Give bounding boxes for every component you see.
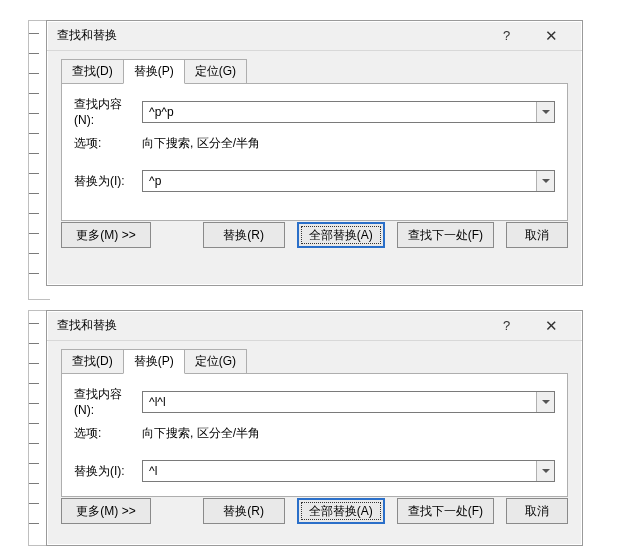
replace-with-label: 替换为(I): <box>74 463 142 480</box>
tab-replace[interactable]: 替换(P) <box>123 349 185 374</box>
tab-goto[interactable]: 定位(G) <box>184 349 247 374</box>
replace-with-label: 替换为(I): <box>74 173 142 190</box>
replace-all-button[interactable]: 全部替换(A) <box>297 222 385 248</box>
help-icon: ? <box>503 28 510 43</box>
chevron-down-icon <box>542 110 550 114</box>
tab-find[interactable]: 查找(D) <box>61 349 124 374</box>
dialog-title: 查找和替换 <box>57 317 484 334</box>
find-what-input[interactable]: ^l^l <box>143 392 536 412</box>
replace-button[interactable]: 替换(R) <box>203 498 285 524</box>
options-value: 向下搜索, 区分全/半角 <box>142 135 555 152</box>
help-button[interactable]: ? <box>484 312 529 340</box>
tab-row: 查找(D) 替换(P) 定位(G) <box>47 51 582 84</box>
cancel-button[interactable]: 取消 <box>506 498 568 524</box>
replace-with-dropdown[interactable] <box>536 461 554 481</box>
replace-with-combo[interactable]: ^p <box>142 170 555 192</box>
find-what-dropdown[interactable] <box>536 392 554 412</box>
button-row: 更多(M) >> 替换(R) 全部替换(A) 查找下一处(F) 取消 <box>47 498 582 536</box>
titlebar[interactable]: 查找和替换 ? ✕ <box>47 21 582 51</box>
button-row: 更多(M) >> 替换(R) 全部替换(A) 查找下一处(F) 取消 <box>47 222 582 260</box>
replace-with-input[interactable]: ^p <box>143 171 536 191</box>
chevron-down-icon <box>542 179 550 183</box>
find-what-combo[interactable]: ^p^p <box>142 101 555 123</box>
options-value: 向下搜索, 区分全/半角 <box>142 425 555 442</box>
find-next-button[interactable]: 查找下一处(F) <box>397 222 494 248</box>
close-icon: ✕ <box>545 317 558 335</box>
options-label: 选项: <box>74 135 142 152</box>
dialog-title: 查找和替换 <box>57 27 484 44</box>
find-what-label: 查找内容(N): <box>74 96 142 127</box>
close-button[interactable]: ✕ <box>529 22 574 50</box>
more-button[interactable]: 更多(M) >> <box>61 222 151 248</box>
replace-all-button[interactable]: 全部替换(A) <box>297 498 385 524</box>
more-button[interactable]: 更多(M) >> <box>61 498 151 524</box>
titlebar[interactable]: 查找和替换 ? ✕ <box>47 311 582 341</box>
help-icon: ? <box>503 318 510 333</box>
replace-panel: 查找内容(N): ^l^l 选项: 向下搜索, 区分全/半角 替换为(I): ^… <box>61 373 568 497</box>
find-what-dropdown[interactable] <box>536 102 554 122</box>
replace-button[interactable]: 替换(R) <box>203 222 285 248</box>
replace-with-dropdown[interactable] <box>536 171 554 191</box>
replace-panel: 查找内容(N): ^p^p 选项: 向下搜索, 区分全/半角 替换为(I): ^… <box>61 83 568 221</box>
replace-with-input[interactable]: ^l <box>143 461 536 481</box>
close-icon: ✕ <box>545 27 558 45</box>
close-button[interactable]: ✕ <box>529 312 574 340</box>
tab-goto[interactable]: 定位(G) <box>184 59 247 84</box>
tab-replace[interactable]: 替换(P) <box>123 59 185 84</box>
find-what-combo[interactable]: ^l^l <box>142 391 555 413</box>
cancel-button[interactable]: 取消 <box>506 222 568 248</box>
tab-row: 查找(D) 替换(P) 定位(G) <box>47 341 582 374</box>
find-what-label: 查找内容(N): <box>74 386 142 417</box>
help-button[interactable]: ? <box>484 22 529 50</box>
chevron-down-icon <box>542 400 550 404</box>
find-replace-dialog-1: 查找和替换 ? ✕ 查找(D) 替换(P) 定位(G) 查找内容(N): ^p^… <box>46 20 583 286</box>
tab-find[interactable]: 查找(D) <box>61 59 124 84</box>
find-what-input[interactable]: ^p^p <box>143 102 536 122</box>
options-label: 选项: <box>74 425 142 442</box>
find-replace-dialog-2: 查找和替换 ? ✕ 查找(D) 替换(P) 定位(G) 查找内容(N): ^l^… <box>46 310 583 546</box>
find-next-button[interactable]: 查找下一处(F) <box>397 498 494 524</box>
replace-with-combo[interactable]: ^l <box>142 460 555 482</box>
chevron-down-icon <box>542 469 550 473</box>
